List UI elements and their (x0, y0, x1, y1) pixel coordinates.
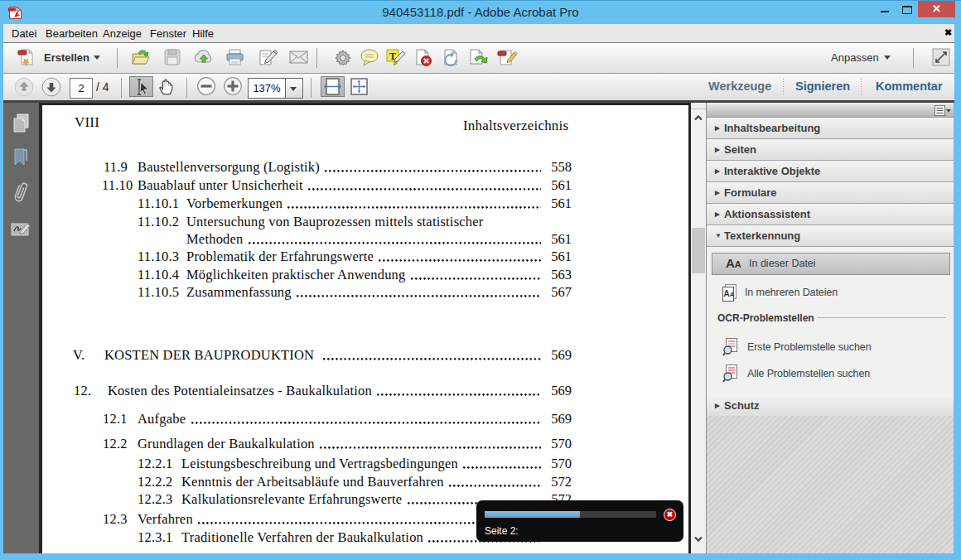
svg-text:AA: AA (724, 289, 735, 298)
